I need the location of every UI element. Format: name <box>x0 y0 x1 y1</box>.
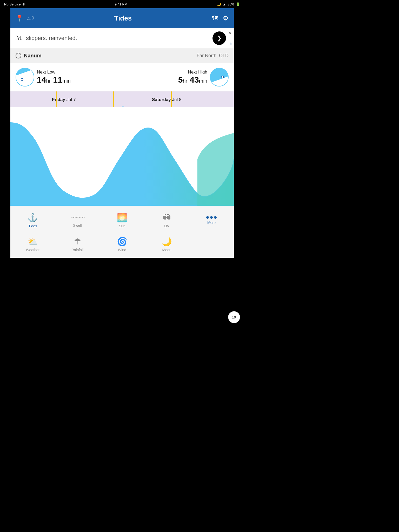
tide-ball-high-dot <box>221 76 224 78</box>
app-container: 📍 ⚠ 0 Tides 🗺 ⚙ ℳ slippers. reinvented. … <box>10 8 234 258</box>
nav-weather-label: Weather <box>26 248 40 252</box>
signal-icon: ⊗ <box>22 2 25 6</box>
next-low-min: 11 <box>53 75 62 84</box>
settings-icon[interactable]: ⚙ <box>223 15 229 22</box>
warning-icon: ⚠ <box>27 16 31 21</box>
wind-icon: 🌀 <box>117 237 127 247</box>
sun-icon: 🌅 <box>117 213 127 223</box>
chart-saturday-label: Saturday Jul 8 <box>152 97 181 102</box>
moon-nav-icon: 🌙 <box>162 237 172 247</box>
next-high-time: 5hr 43min <box>178 75 207 84</box>
nav-moon-label: Moon <box>162 248 171 252</box>
next-high-hr: 5 <box>178 75 183 84</box>
header-left: 📍 ⚠ 0 <box>16 15 34 22</box>
status-time: 9:41 PM <box>115 2 127 6</box>
ad-logo: ℳ <box>16 35 22 42</box>
nav-wind-label: Wind <box>118 248 126 252</box>
more-dots-icon <box>206 216 217 219</box>
nav-uv[interactable]: 🕶 UV <box>144 209 189 232</box>
header-title: Tides <box>114 14 132 22</box>
moon-icon: 🌙 <box>217 2 221 6</box>
min-unit-high: min <box>199 78 207 84</box>
next-high-label: Next High <box>188 70 207 75</box>
location-left: Nanum <box>16 53 42 59</box>
swell-icon: 〰〰 <box>71 214 84 222</box>
hr-unit-high: hr <box>183 78 187 84</box>
min-unit-low: min <box>62 78 71 84</box>
next-low-block: Next Low 14hr 11min <box>37 70 119 84</box>
ad-arrow-button[interactable]: ❯ <box>212 31 226 45</box>
nav-swell[interactable]: 〰〰 Swell <box>55 209 100 232</box>
uv-icon: 🕶 <box>163 213 171 223</box>
carrier-label: No Service <box>4 2 21 6</box>
more-dot-3 <box>214 216 217 219</box>
nav-rainfall[interactable]: ☂ Rainfall <box>55 232 100 256</box>
nav-wind[interactable]: 🌀 Wind <box>100 232 144 256</box>
tide-ball-high <box>210 68 229 87</box>
nav-uv-label: UV <box>164 224 169 228</box>
battery-label: 36% <box>228 2 234 6</box>
status-right: 🌙 ▲ 36% 🔋 <box>217 2 240 6</box>
bottom-nav: ⚓ Tides 〰〰 Swell 🌅 Sun 🕶 UV More ⛅ Weath… <box>10 206 234 258</box>
zoom-badge[interactable]: 1X <box>228 311 240 323</box>
nav-sun[interactable]: 🌅 Sun <box>100 209 144 232</box>
location-radio[interactable] <box>16 53 21 58</box>
nav-tides-label: Tides <box>28 224 37 228</box>
warning-count: 0 <box>32 16 34 21</box>
location-region: Far North, QLD <box>197 53 229 58</box>
location-name: Nanum <box>24 53 42 59</box>
more-dot-2 <box>210 216 213 219</box>
location-icon: ▲ <box>223 2 226 6</box>
header-right: 🗺 ⚙ <box>212 15 229 22</box>
nav-weather[interactable]: ⛅ Weather <box>10 232 55 256</box>
tide-info: Next Low 14hr 11min Next High 5hr 43min <box>10 63 234 91</box>
ad-banner: ℳ slippers. reinvented. ❯ ✕ ℹ <box>10 28 234 48</box>
rainfall-icon: ☂ <box>74 237 81 247</box>
status-left: No Service ⊗ <box>4 2 25 6</box>
battery-icon: 🔋 <box>236 2 240 6</box>
nav-swell-label: Swell <box>73 223 82 228</box>
tide-divider <box>122 67 122 88</box>
nav-more[interactable]: More <box>189 209 234 232</box>
tide-wave-chart <box>10 107 234 206</box>
next-low-hr: 14 <box>37 75 46 84</box>
nav-tides[interactable]: ⚓ Tides <box>10 209 55 232</box>
warning-badge[interactable]: ⚠ 0 <box>27 16 34 21</box>
map-icon[interactable]: 🗺 <box>212 15 218 22</box>
tide-ball-low-dot <box>21 78 23 81</box>
hr-unit-low: hr <box>46 78 51 84</box>
next-low-label: Next Low <box>37 70 119 75</box>
nav-sun-label: Sun <box>119 224 125 228</box>
next-low-time: 14hr 11min <box>37 75 119 84</box>
nav-more-label: More <box>207 221 216 225</box>
nav-empty-row2 <box>189 232 234 256</box>
more-dot-1 <box>206 216 209 219</box>
next-high-min: 43 <box>190 75 199 84</box>
tide-ball-low <box>16 68 34 87</box>
location-row[interactable]: Nanum Far North, QLD <box>10 48 234 63</box>
nav-moon[interactable]: 🌙 Moon <box>144 232 189 256</box>
ad-info-icon[interactable]: ℹ <box>230 41 232 46</box>
next-high-block: Next High 5hr 43min <box>125 70 208 84</box>
chart-area[interactable]: Friday Jul 7 Saturday Jul 8 🕐 2.7 m 1.8 … <box>10 91 234 206</box>
chart-friday-label: Friday Jul 7 <box>52 97 76 102</box>
status-bar: No Service ⊗ 9:41 PM 🌙 ▲ 36% 🔋 <box>0 0 244 8</box>
location-pin-icon[interactable]: 📍 <box>16 15 23 22</box>
ad-text: slippers. reinvented. <box>26 35 212 42</box>
anchor-icon: ⚓ <box>28 213 38 223</box>
nav-rainfall-label: Rainfall <box>71 248 84 252</box>
ad-close-button[interactable]: ✕ <box>228 30 232 36</box>
weather-icon: ⛅ <box>28 237 38 247</box>
header: 📍 ⚠ 0 Tides 🗺 ⚙ <box>10 8 234 28</box>
